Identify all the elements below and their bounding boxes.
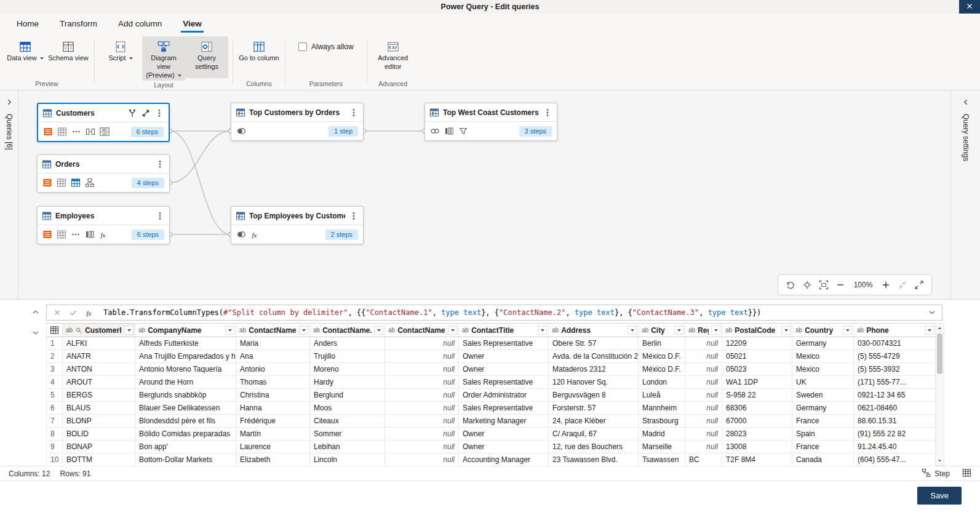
table-cell[interactable]: Avda. de la Constitución 22... — [549, 350, 639, 363]
expand-view-icon[interactable] — [914, 280, 924, 290]
table-cell[interactable]: 67000 — [722, 415, 792, 428]
table-cell[interactable]: 23 Tsawassen Blvd. — [549, 453, 639, 466]
steps-icon[interactable] — [42, 230, 52, 239]
always-allow-checkbox[interactable]: Always allow — [290, 36, 362, 51]
table-cell[interactable]: Lincoln — [310, 453, 385, 466]
confirm-formula-icon[interactable] — [65, 308, 81, 317]
table-cell[interactable]: 12209 — [722, 337, 792, 350]
table-cell[interactable]: London — [639, 376, 685, 389]
table-cell[interactable]: Bon app' — [135, 441, 236, 453]
column-header-country[interactable]: abCountry — [792, 324, 854, 337]
table-cell[interactable]: (5) 555-4729 — [854, 350, 936, 363]
node-menu-icon[interactable] — [543, 108, 552, 118]
row-number[interactable]: 2 — [47, 350, 63, 363]
vertical-scrollbar[interactable] — [935, 323, 944, 466]
table-cell[interactable]: 05023 — [722, 363, 792, 376]
table-cell[interactable]: (91) 555 22 82 — [854, 428, 936, 441]
table-cell[interactable]: Sales Representative — [459, 376, 549, 389]
table-cell[interactable]: Forsterstr. 57 — [549, 402, 639, 415]
table-cell[interactable]: Christina — [236, 389, 310, 402]
query-node-top-west-coast-customers[interactable]: Top West Coast Customers3 steps — [424, 103, 557, 141]
columns-icon[interactable] — [444, 126, 454, 136]
reset-view-icon[interactable] — [786, 280, 795, 290]
ellipsis-icon[interactable] — [71, 127, 81, 137]
table-cell[interactable]: Berglunds snabbköp — [135, 389, 236, 402]
table-cell[interactable]: México D.F. — [639, 350, 685, 363]
table-cell[interactable]: Sales Representative — [459, 402, 549, 415]
table-cell[interactable]: S-958 22 — [722, 389, 792, 402]
column-header-postalcode[interactable]: abPostalCode — [722, 324, 792, 337]
formula-text[interactable]: Table.TransformColumnTypes(#"Split colum… — [98, 308, 922, 317]
table-cell[interactable]: Spain — [792, 428, 854, 441]
node-menu-icon[interactable] — [349, 108, 359, 118]
row-number[interactable]: 4 — [47, 376, 63, 389]
table-cell[interactable]: Maria — [236, 337, 310, 350]
column-header-contacttitle[interactable]: abContactTitle — [459, 324, 549, 337]
filter-button[interactable] — [448, 325, 457, 335]
table-corner-cell[interactable] — [47, 324, 63, 337]
table-cell[interactable]: México D.F. — [639, 363, 685, 376]
column-header-contactname-3[interactable]: abContactName.3 — [385, 324, 459, 337]
table-cell[interactable]: 68306 — [722, 402, 792, 415]
table-cell[interactable]: null — [385, 428, 459, 441]
table-cell[interactable]: null — [685, 415, 722, 428]
table-cell[interactable]: Blondesddsl père et fils — [135, 415, 236, 428]
table-cell[interactable]: ANATR — [63, 350, 135, 363]
table-cell[interactable]: (5) 555-3932 — [854, 363, 936, 376]
filter-button[interactable] — [538, 325, 547, 335]
query-settings-button[interactable]: Query settings — [185, 36, 228, 78]
table-cell[interactable]: Hanna — [236, 402, 310, 415]
abc123-icon[interactable]: ABC123 — [100, 127, 110, 137]
go-to-column-button[interactable]: Go to column — [237, 36, 281, 78]
column-header-contactname-1[interactable]: abContactName.1 — [236, 324, 310, 337]
table-cell[interactable]: UK — [792, 376, 854, 389]
table-cell[interactable]: BC — [685, 453, 722, 466]
column-header-companyname[interactable]: abCompanyName — [135, 324, 236, 337]
table-cell[interactable]: null — [385, 402, 459, 415]
table-cell[interactable]: Mannheim — [639, 402, 685, 415]
node-menu-icon[interactable] — [155, 211, 165, 221]
table-cell[interactable]: 24, place Kléber — [549, 415, 639, 428]
table-cell[interactable]: Frédérique — [236, 415, 310, 428]
table-cell[interactable]: 28023 — [722, 428, 792, 441]
table-cell[interactable]: Martín — [236, 428, 310, 441]
table-cell[interactable]: null — [685, 363, 722, 376]
scrollbar-thumb[interactable] — [937, 333, 942, 374]
table-cell[interactable]: 030-0074321 — [854, 337, 936, 350]
save-button[interactable]: Save — [917, 487, 962, 505]
query-node-top-employees-by-customers[interactable]: Top Employees by Customersfx2 steps — [231, 206, 364, 244]
table-cell[interactable]: null — [685, 389, 722, 402]
diagram-view-preview-button[interactable]: Diagram view (Preview) — [142, 36, 185, 81]
steps-icon[interactable] — [42, 178, 52, 188]
table-cell[interactable]: Bottom-Dollar Markets — [135, 453, 236, 466]
column-header-address[interactable]: abAddress — [549, 324, 639, 337]
table-cell[interactable]: Mexico — [792, 363, 854, 376]
grid-icon[interactable] — [57, 178, 66, 188]
column-header-customerid[interactable]: abCustomerID — [63, 324, 135, 337]
table-cell[interactable]: 91.24.45.40 — [854, 441, 936, 453]
table-cell[interactable]: WA1 1DP — [722, 376, 792, 389]
table-cell[interactable]: null — [685, 337, 722, 350]
reference-icon[interactable] — [430, 126, 440, 136]
table-cell[interactable]: Bólido Comidas preparadas — [135, 428, 236, 441]
table-cell[interactable]: Owner — [459, 428, 549, 441]
table-cell[interactable]: BOLID — [63, 428, 135, 441]
table-cell[interactable]: Sommer — [310, 428, 385, 441]
column-header-region[interactable]: abRegion — [685, 324, 722, 337]
table-cell[interactable]: C/ Araquil, 67 — [549, 428, 639, 441]
table-cell[interactable]: Berguvsvägen 8 — [549, 389, 639, 402]
queries-pane-collapsed[interactable]: Queries [6] — [0, 90, 18, 299]
table-cell[interactable]: BERGS — [63, 389, 135, 402]
table-cell[interactable]: Ana Trujillo Emparedados y hel... — [135, 350, 236, 363]
filter-button[interactable] — [711, 325, 720, 335]
table-cell[interactable]: Mexico — [792, 350, 854, 363]
query-node-orders[interactable]: Orders4 steps — [37, 154, 170, 193]
table-cell[interactable]: null — [685, 402, 722, 415]
steps-badge[interactable]: 1 step — [329, 126, 358, 137]
center-view-icon[interactable] — [802, 280, 812, 290]
table-cell[interactable]: 12, rue des Bouchers — [549, 441, 639, 453]
filter-button[interactable] — [781, 325, 791, 335]
table-cell[interactable]: Around the Horn — [135, 376, 236, 389]
table-cell[interactable]: null — [385, 389, 459, 402]
zoom-in-icon[interactable] — [881, 280, 891, 290]
